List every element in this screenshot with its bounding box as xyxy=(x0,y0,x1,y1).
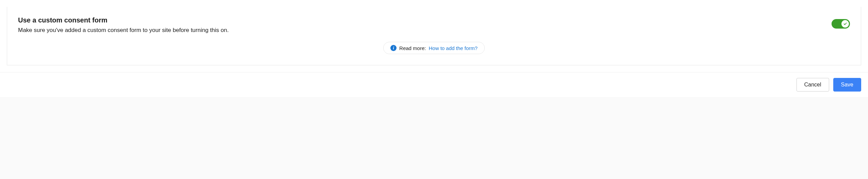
check-icon xyxy=(843,22,847,26)
toggle-knob xyxy=(841,20,849,28)
info-link[interactable]: How to add the form? xyxy=(429,45,477,51)
info-pill: i Read more: How to add the form? xyxy=(383,42,485,54)
consent-description: Make sure you've added a custom consent … xyxy=(18,27,825,34)
consent-title: Use a custom consent form xyxy=(18,16,825,24)
info-label: Read more: xyxy=(399,45,426,51)
cancel-button[interactable]: Cancel xyxy=(796,78,829,92)
info-icon: i xyxy=(390,45,397,51)
footer-actions: Cancel Save xyxy=(0,72,868,97)
settings-section: Use a custom consent form Make sure you'… xyxy=(0,0,868,72)
save-button[interactable]: Save xyxy=(833,78,861,92)
consent-toggle[interactable] xyxy=(832,19,850,29)
consent-card: Use a custom consent form Make sure you'… xyxy=(7,7,861,65)
